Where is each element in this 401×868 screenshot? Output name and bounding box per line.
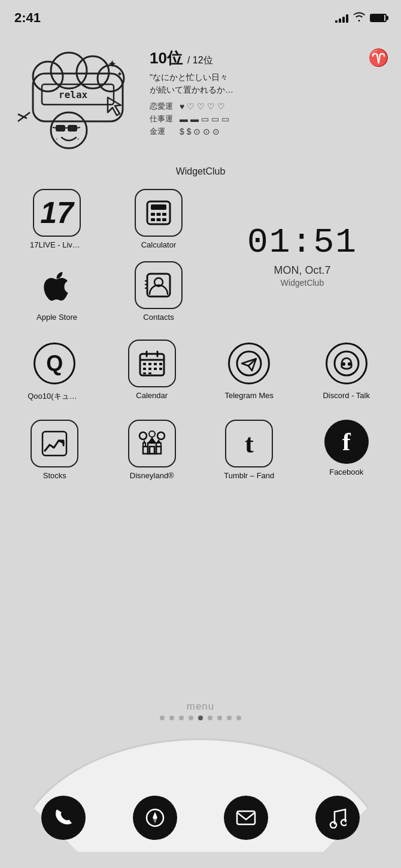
discord-logo-icon [333, 350, 360, 377]
arc-icons [0, 796, 401, 840]
bottom-menu: menu [0, 695, 401, 868]
menu-dot-3 [179, 716, 184, 720]
svg-rect-20 [151, 204, 166, 210]
svg-rect-21 [151, 213, 155, 216]
svg-rect-10 [56, 125, 65, 132]
svg-rect-22 [157, 213, 161, 216]
svg-point-63 [149, 431, 155, 437]
app-icon-apple-store [33, 261, 81, 309]
app-label-disneyland: Disneyland® [130, 471, 174, 480]
app-icon-telegram [225, 340, 273, 387]
svg-rect-55 [156, 447, 161, 454]
app-label-calendar: Calendar [136, 391, 168, 400]
app-disneyland[interactable]: Disneyland® [104, 414, 201, 486]
status-icons [335, 12, 387, 25]
money-icons: $ $ ⊙ ⊙ ⊙ [180, 127, 220, 136]
app-icon-stocks [31, 420, 78, 467]
svg-point-49 [342, 362, 345, 366]
menu-dot-6 [208, 716, 212, 720]
app-icon-calendar [128, 340, 176, 387]
music-icon-button[interactable] [315, 796, 360, 840]
app-discord[interactable]: Discord - Talk [298, 334, 396, 408]
app-label-facebook: Facebook [329, 467, 363, 476]
svg-marker-56 [143, 443, 145, 447]
widget-info: 10位 / 12位 ♈ "なにかと忙しい日々 が続いて置かれるか… 恋愛運 ♥ … [144, 42, 389, 139]
app-icon-facebook: f [324, 420, 369, 464]
app-label-17live: 17LIVE - Live S [30, 240, 84, 249]
svg-marker-60 [148, 437, 156, 443]
app-17live[interactable]: 17 17LIVE - Live S [6, 183, 108, 255]
mail-icon-button[interactable] [224, 796, 268, 840]
svg-text:relax: relax [59, 89, 88, 100]
menu-dot-1 [160, 716, 165, 720]
menu-dot-9 [236, 716, 241, 720]
love-icons: ♥ ♡ ♡ ♡ ♡ [180, 102, 225, 111]
svg-rect-53 [150, 447, 154, 454]
compass-icon-button[interactable] [133, 796, 177, 840]
svg-rect-41 [148, 368, 151, 370]
love-fortune: 恋愛運 ♥ ♡ ♡ ♡ ♡ [150, 101, 389, 112]
relax-illustration: ✦ ✦ relax • • [15, 44, 141, 160]
money-fortune: 金運 $ $ ⊙ ⊙ ⊙ [150, 126, 389, 137]
status-time: 2:41 [14, 10, 41, 26]
app-label-contacts: Contacts [143, 313, 174, 322]
svg-line-13 [53, 127, 56, 128]
svg-rect-36 [143, 363, 146, 365]
app-stocks[interactable]: Stocks [6, 414, 104, 486]
app-calendar[interactable]: Calendar [104, 334, 201, 408]
svg-point-62 [157, 432, 165, 439]
svg-rect-39 [159, 363, 162, 365]
widget-quote: "なにかと忙しい日々 が続いて置かれるか… [150, 71, 389, 96]
zodiac-icon: ♈ [368, 48, 389, 68]
svg-point-68 [330, 822, 336, 828]
svg-rect-26 [162, 218, 166, 221]
svg-point-50 [348, 362, 351, 366]
svg-rect-38 [154, 363, 157, 365]
app-telegram[interactable]: Telegram Mes [200, 334, 298, 408]
clock-widget: 01:51 MON, Oct.7 WidgetClub [209, 183, 395, 328]
contacts-icon [145, 271, 172, 299]
work-icons: ▬ ▬ ▭ ▭ ▭ [180, 114, 229, 124]
wifi-icon [353, 12, 365, 25]
svg-rect-25 [157, 218, 161, 221]
menu-dot-4 [189, 716, 193, 720]
battery-icon [370, 14, 387, 22]
app-label-telegram: Telegram Mes [224, 391, 274, 400]
work-fortune: 仕事運 ▬ ▬ ▭ ▭ ▭ [150, 114, 389, 124]
menu-dots [0, 716, 401, 720]
app-row-4: Stocks Disneyland® [0, 408, 401, 486]
svg-text:•: • [77, 136, 80, 142]
menu-dot-5-active [198, 716, 203, 720]
phone-icon-button[interactable] [41, 796, 86, 840]
app-label-qoo10: Qoo10(キューラ [28, 391, 81, 402]
status-bar: 2:41 [0, 0, 401, 30]
top-apps-section: 17 17LIVE - Live S Apple Store [0, 183, 401, 328]
svg-rect-54 [143, 447, 148, 454]
app-icon-discord [323, 340, 370, 387]
arc-container [0, 720, 401, 852]
svg-rect-40 [143, 368, 146, 370]
widget-club-label: WidgetClub [0, 166, 401, 177]
svg-text:•: • [56, 136, 58, 142]
app-tumblr[interactable]: t Tumblr – Fand [200, 414, 298, 486]
menu-dot-7 [217, 716, 222, 720]
svg-rect-24 [151, 218, 155, 221]
compass-icon [145, 808, 165, 828]
app-label-calculator: Calculator [141, 240, 177, 249]
apple-logo-icon [38, 266, 77, 305]
svg-rect-11 [68, 125, 77, 132]
app-icon-tumblr: t [225, 420, 273, 467]
app-label-apple-store: Apple Store [37, 313, 77, 322]
svg-point-69 [341, 820, 347, 826]
svg-rect-44 [143, 372, 146, 374]
app-calculator[interactable]: Calculator [108, 183, 209, 255]
app-facebook[interactable]: f Facebook [298, 414, 396, 486]
app-label-tumblr: Tumblr – Fand [224, 471, 274, 480]
app-contacts[interactable]: Contacts [108, 255, 209, 328]
app-apple-store[interactable]: Apple Store [6, 255, 108, 328]
middle-apps: Calculator Contacts [108, 183, 209, 328]
svg-point-61 [139, 432, 147, 439]
svg-line-14 [77, 127, 80, 128]
app-icon-disneyland [128, 420, 176, 467]
app-qoo10[interactable]: Q Qoo10(キューラ [6, 334, 104, 408]
